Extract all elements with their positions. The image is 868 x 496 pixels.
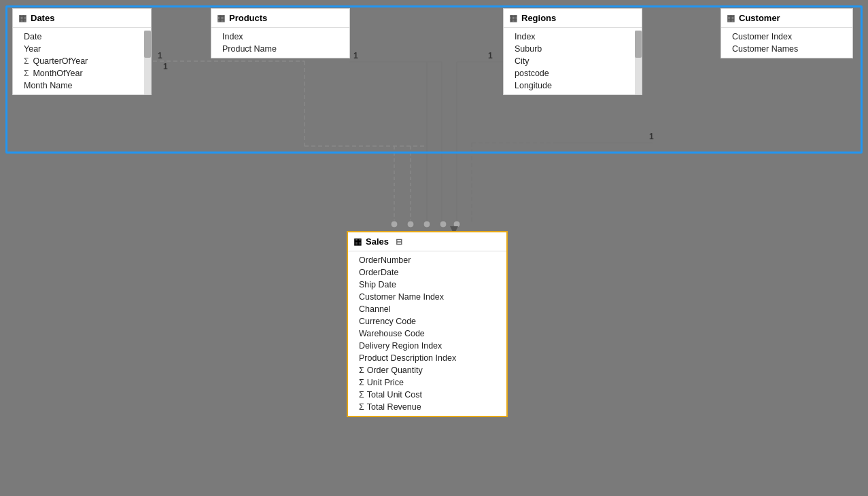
field-customer-names: Customer Names — [721, 43, 852, 55]
field-channel: Channel — [348, 303, 506, 315]
sales-table: ▦ Sales ⊟ OrderNumber OrderDate Ship Dat… — [347, 231, 508, 417]
field-product-name: Product Name — [211, 43, 349, 55]
sales-table-title: Sales — [366, 236, 389, 247]
svg-point-15 — [407, 221, 414, 228]
field-customer-index: Customer Index — [721, 31, 852, 43]
field-totalunitcost: ΣTotal Unit Cost — [348, 389, 506, 401]
regions-table-title: Regions — [521, 13, 556, 23]
field-date: Date — [13, 31, 151, 43]
regions-table: ▦ Regions Index Suburb City postcode Lon… — [503, 8, 642, 95]
field-monthname: Month Name — [13, 79, 151, 92]
field-customernameindex: Customer Name Index — [348, 291, 506, 303]
customer-table-header: ▦ Customer — [721, 9, 852, 28]
regions-table-header: ▦ Regions — [504, 9, 642, 28]
customer-table: ▦ Customer Customer Index Customer Names — [721, 8, 853, 58]
products-table: ▦ Products Index Product Name — [211, 8, 350, 58]
products-table-header: ▦ Products — [211, 9, 349, 28]
field-totalrevenue: ΣTotal Revenue — [348, 401, 506, 413]
field-quarterofyear: ΣQuarterOfYear — [13, 55, 151, 67]
field-orderdate: OrderDate — [348, 266, 506, 279]
regions-scrollbar[interactable] — [635, 31, 642, 94]
dates-scrollbar[interactable] — [144, 31, 151, 94]
svg-point-16 — [423, 221, 430, 228]
svg-point-18 — [453, 221, 460, 228]
products-table-body: Index Product Name — [211, 28, 349, 58]
field-region-city: City — [504, 55, 642, 67]
field-product-index: Index — [211, 31, 349, 43]
field-deliveryregionindex: Delivery Region Index — [348, 340, 506, 352]
sales-table-body: OrderNumber OrderDate Ship Date Customer… — [348, 251, 506, 416]
field-year: Year — [13, 43, 151, 55]
table-icon-dates: ▦ — [18, 13, 27, 23]
field-orderquantity: ΣOrder Quantity — [348, 364, 506, 376]
table-icon-sales: ▦ — [353, 236, 362, 247]
field-unitprice: ΣUnit Price — [348, 376, 506, 389]
field-productdescriptionindex: Product Description Index — [348, 352, 506, 364]
regions-table-body: Index Suburb City postcode Longitude — [504, 28, 642, 94]
field-warehousecode: Warehouse Code — [348, 327, 506, 340]
customer-table-title: Customer — [739, 13, 780, 23]
sales-table-icon2: ⊟ — [396, 237, 402, 247]
field-region-suburb: Suburb — [504, 43, 642, 55]
dates-table-body: Date Year ΣQuarterOfYear ΣMonthOfYear Mo… — [13, 28, 151, 94]
table-icon-customer: ▦ — [727, 13, 735, 23]
products-table-title: Products — [229, 13, 267, 23]
dates-scroll-thumb — [144, 31, 151, 58]
dates-table-header: ▦ Dates — [13, 9, 151, 28]
field-currencycode: Currency Code — [348, 315, 506, 327]
table-icon-regions: ▦ — [509, 13, 517, 23]
svg-point-17 — [440, 221, 447, 228]
table-icon-products: ▦ — [217, 13, 225, 23]
field-ordernumber: OrderNumber — [348, 254, 506, 266]
field-shipdate: Ship Date — [348, 279, 506, 291]
field-region-longitude: Longitude — [504, 79, 642, 92]
field-region-index: Index — [504, 31, 642, 43]
field-monthofyear: ΣMonthOfYear — [13, 67, 151, 79]
customer-table-body: Customer Index Customer Names — [721, 28, 852, 58]
dates-table: ▦ Dates Date Year ΣQuarterOfYear ΣMonthO… — [12, 8, 152, 95]
svg-point-14 — [391, 221, 398, 228]
sales-table-header: ▦ Sales ⊟ — [348, 232, 506, 251]
field-region-postcode: postcode — [504, 67, 642, 79]
dates-table-title: Dates — [31, 13, 54, 23]
regions-scroll-thumb — [635, 31, 642, 58]
